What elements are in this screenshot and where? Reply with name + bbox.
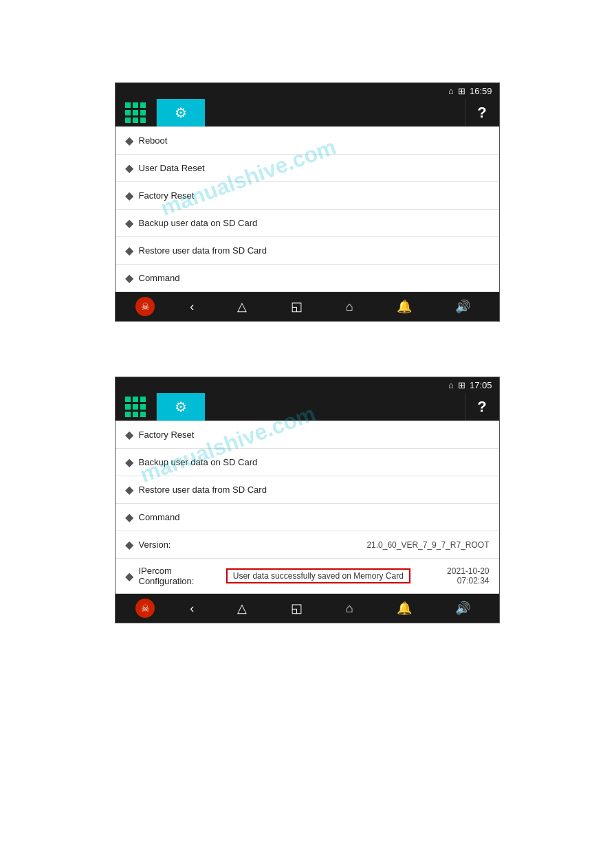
ipercom-label: IPercom Configuration: (139, 566, 226, 586)
menu-item-ipercom: ◆ IPercom Configuration: User data succe… (116, 559, 499, 594)
monster-face-icon-2: ☠ (141, 603, 150, 614)
screen2: ⌂ ⊞ 17:05 ⚙ ? ◆ F (115, 377, 500, 651)
home-alt-button-2[interactable]: ⌂ (338, 601, 362, 616)
bullet-icon: ◆ (125, 483, 133, 496)
menu-item-label: Backup user data on SD Card (139, 218, 258, 228)
home-icon-bottom: △ (237, 299, 247, 314)
bottom-nav-1: ☠ ‹ △ ◱ ⌂ 🔔 🔊 (116, 292, 499, 321)
signal-icon-2: ⊞ (458, 380, 465, 390)
menu-item-label: User Data Reset (139, 163, 205, 173)
back-button-2[interactable]: ‹ (182, 601, 202, 616)
screen1: ⌂ ⊞ 16:59 ⚙ ? ◆ R (115, 82, 500, 349)
status-bar-2: ⌂ ⊞ 17:05 (116, 377, 499, 393)
volume-icon: 🔊 (455, 299, 470, 314)
menu-item-label: Restore user data from SD Card (139, 245, 267, 256)
bullet-icon: ◆ (125, 271, 133, 285)
menu-item-user-data-reset[interactable]: ◆ User Data Reset (116, 155, 499, 182)
back-icon: ‹ (190, 300, 194, 314)
home-icon-1: ⌂ (448, 86, 454, 96)
ipercom-timestamp: 2021-10-20 07:02:34 (416, 566, 490, 586)
menu-item-label: Restore user data from SD Card (139, 485, 267, 495)
monster-icon-1[interactable]: ☠ (135, 297, 155, 316)
monster-icon-2[interactable]: ☠ (135, 599, 155, 618)
volume-icon-2: 🔊 (455, 601, 470, 616)
bullet-icon: ◆ (125, 189, 133, 202)
version-row: Version: 21.0_60_VER_7_9_7_R7_ROOT (139, 539, 490, 550)
mute-icon-2: 🔔 (397, 601, 412, 616)
top-nav-1: ⚙ ? (116, 99, 499, 126)
version-value: 21.0_60_VER_7_9_7_R7_ROOT (366, 540, 489, 550)
mute-button-1[interactable]: 🔔 (388, 299, 420, 314)
bottom-nav-2: ☠ ‹ △ ◱ ⌂ 🔔 🔊 (116, 594, 499, 623)
home-icon-bottom-2: △ (237, 601, 247, 616)
home-alt-icon-2: ⌂ (346, 601, 353, 616)
menu-list-1: ◆ Reboot ◆ User Data Reset ◆ Factory Res… (116, 126, 499, 292)
volume-button-2[interactable]: 🔊 (447, 601, 479, 616)
home-alt-icon: ⌂ (346, 300, 353, 314)
menu-item-command[interactable]: ◆ Command (116, 265, 499, 292)
back-icon-2: ‹ (190, 601, 194, 616)
time-2: 17:05 (470, 380, 492, 390)
home-button-2[interactable]: △ (229, 601, 255, 616)
recent-icon: ◱ (291, 299, 303, 314)
mute-icon: 🔔 (397, 299, 412, 314)
nav-spacer-2 (205, 393, 465, 421)
menu-list-2: ◆ Factory Reset ◆ Backup user data on SD… (116, 421, 499, 594)
bullet-icon: ◆ (125, 570, 133, 583)
mute-button-2[interactable]: 🔔 (388, 601, 420, 616)
menu-item-label: Command (139, 512, 180, 522)
version-label: Version: (139, 539, 171, 550)
bullet-icon: ◆ (125, 216, 133, 230)
gear-icon-2: ⚙ (175, 399, 187, 415)
ipercom-row: IPercom Configuration: User data success… (139, 566, 490, 586)
menu-item-label: Factory Reset (139, 430, 195, 440)
menu-item-reboot[interactable]: ◆ Reboot (116, 127, 499, 155)
back-button-1[interactable]: ‹ (182, 300, 202, 314)
help-label-2: ? (477, 398, 486, 416)
bullet-icon: ◆ (125, 244, 133, 257)
bullet-icon: ◆ (125, 538, 133, 551)
menu-item-label: Command (139, 273, 180, 283)
apps-grid-icon (125, 102, 146, 123)
recent-button-2[interactable]: ◱ (283, 601, 311, 616)
success-badge: User data successfully saved on Memory C… (226, 568, 410, 583)
monster-face-icon: ☠ (141, 301, 150, 312)
menu-item-restore-sd[interactable]: ◆ Restore user data from SD Card (116, 237, 499, 265)
status-bar-1: ⌂ ⊞ 16:59 (116, 83, 499, 99)
help-button-1[interactable]: ? (465, 99, 499, 126)
menu-item-backup-sd-2[interactable]: ◆ Backup user data on SD Card (116, 449, 499, 476)
volume-button-1[interactable]: 🔊 (447, 299, 479, 314)
menu-item-restore-sd-2[interactable]: ◆ Restore user data from SD Card (116, 476, 499, 504)
menu-item-label: Reboot (139, 135, 168, 146)
recent-button-1[interactable]: ◱ (283, 299, 311, 314)
apps-grid-icon-2 (125, 397, 146, 417)
time-1: 16:59 (470, 86, 492, 96)
menu-item-version: ◆ Version: 21.0_60_VER_7_9_7_R7_ROOT (116, 531, 499, 559)
home-alt-button-1[interactable]: ⌂ (338, 300, 362, 314)
settings-button-1[interactable]: ⚙ (157, 99, 205, 126)
apps-button-2[interactable] (116, 393, 157, 421)
bullet-icon: ◆ (125, 428, 133, 441)
home-icon-2: ⌂ (448, 380, 454, 390)
home-button-1[interactable]: △ (229, 299, 255, 314)
bullet-icon: ◆ (125, 134, 133, 147)
menu-item-label: Backup user data on SD Card (139, 457, 258, 467)
help-label-1: ? (477, 104, 486, 122)
menu-item-factory-reset[interactable]: ◆ Factory Reset (116, 182, 499, 210)
menu-item-label: Factory Reset (139, 190, 195, 201)
menu-item-factory-reset-2[interactable]: ◆ Factory Reset (116, 421, 499, 449)
top-nav-2: ⚙ ? (116, 393, 499, 421)
nav-spacer-1 (205, 99, 465, 126)
help-button-2[interactable]: ? (465, 393, 499, 421)
menu-item-backup-sd[interactable]: ◆ Backup user data on SD Card (116, 210, 499, 237)
gear-icon-1: ⚙ (175, 104, 187, 121)
recent-icon-2: ◱ (291, 601, 303, 616)
apps-button-1[interactable] (116, 99, 157, 126)
bullet-icon: ◆ (125, 511, 133, 524)
bullet-icon: ◆ (125, 162, 133, 175)
bullet-icon: ◆ (125, 456, 133, 469)
signal-icon-1: ⊞ (458, 86, 465, 96)
menu-item-command-2[interactable]: ◆ Command (116, 504, 499, 531)
settings-button-2[interactable]: ⚙ (157, 393, 205, 421)
